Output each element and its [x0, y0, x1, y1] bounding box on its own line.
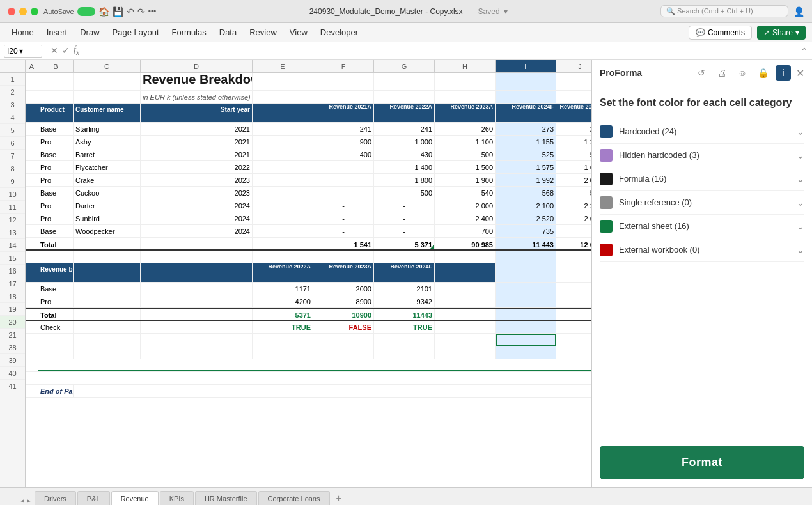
cell-F3[interactable]: Revenue 2021A — [313, 104, 374, 122]
cell-I14[interactable] — [496, 251, 556, 263]
cell-H9[interactable]: 540 — [435, 187, 496, 199]
minimize-button[interactable] — [19, 8, 27, 15]
cell-I12[interactable]: 735 — [496, 225, 556, 237]
more-icon[interactable]: ••• — [148, 7, 157, 16]
cell-D21[interactable] — [141, 346, 253, 359]
cell-C8[interactable]: Crake — [74, 174, 141, 186]
cell-D6[interactable]: 2021 — [141, 148, 253, 160]
cell-I13[interactable]: 11 443 — [496, 238, 556, 249]
cell-rest-41[interactable] — [38, 398, 591, 410]
cell-F9[interactable] — [313, 187, 374, 199]
smiley-icon[interactable]: ☺ — [735, 65, 750, 81]
cell-B1[interactable] — [38, 73, 74, 90]
cell-B6[interactable]: Base — [38, 148, 74, 160]
cell-B11[interactable]: Pro — [38, 212, 74, 224]
cell-J3[interactable]: Revenue 2025F — [556, 104, 591, 122]
cell-E11[interactable] — [253, 212, 313, 224]
col-header-H[interactable]: H — [435, 60, 496, 72]
cell-F14[interactable] — [313, 251, 374, 263]
cell-J21[interactable] — [556, 346, 591, 359]
cell-I7[interactable]: 1 575 — [496, 161, 556, 173]
confirm-formula-icon[interactable]: ✓ — [62, 45, 70, 56]
cell-A11[interactable] — [26, 212, 38, 224]
cell-C6[interactable]: Barret — [74, 148, 141, 160]
cell-G11[interactable]: - — [374, 212, 435, 224]
cell-D4[interactable]: 2021 — [141, 123, 253, 135]
fullscreen-button[interactable] — [31, 8, 38, 15]
cell-G16[interactable]: 2101 — [374, 283, 435, 295]
cell-A1[interactable] — [26, 73, 38, 90]
cell-E15[interactable]: Revenue 2022A — [253, 263, 313, 282]
cell-E19[interactable]: TRUE — [253, 321, 313, 333]
cell-G20[interactable] — [374, 334, 435, 346]
cell-G5[interactable]: 1 000 — [374, 136, 435, 148]
cell-B8[interactable]: Pro — [38, 174, 74, 186]
cell-E5[interactable] — [253, 136, 313, 148]
cell-F19[interactable]: FALSE — [313, 321, 374, 333]
menu-insert[interactable]: Insert — [42, 26, 73, 39]
cell-G7[interactable]: 1 400 — [374, 161, 435, 173]
tab-hr-masterfile[interactable]: HR Masterfile — [195, 491, 257, 505]
cell-J7[interactable]: 1 654 — [556, 161, 591, 173]
cell-I11[interactable]: 2 520 — [496, 212, 556, 224]
cell-F10[interactable]: - — [313, 199, 374, 212]
cell-D10[interactable]: 2024 — [141, 199, 253, 212]
cell-F18[interactable]: 10900 — [313, 309, 374, 320]
cell-I10[interactable]: 2 100 — [496, 199, 556, 212]
cell-I20[interactable] — [496, 334, 556, 346]
tab-kpis[interactable]: KPIs — [160, 491, 194, 505]
cell-J17[interactable] — [556, 295, 591, 307]
cell-J8[interactable]: 2 091 — [556, 174, 591, 186]
cell-F1[interactable] — [313, 73, 374, 90]
cell-rest-38[interactable] — [38, 359, 591, 371]
cell-B15[interactable]: Revenue by product — [38, 263, 74, 282]
cell-I3[interactable]: Revenue 2024F — [496, 104, 556, 122]
cell-H4[interactable]: 260 — [435, 123, 496, 135]
cell-D5[interactable]: 2021 — [141, 136, 253, 148]
cell-A18[interactable] — [26, 309, 38, 320]
cell-C4[interactable]: Starling — [74, 123, 141, 135]
cell-I19[interactable] — [496, 321, 556, 333]
cell-J20[interactable] — [556, 334, 591, 346]
refresh-icon[interactable]: ↺ — [694, 65, 709, 81]
cell-F8[interactable] — [313, 174, 374, 186]
cell-B16[interactable]: Base — [38, 283, 74, 295]
col-header-A[interactable]: A — [26, 60, 38, 72]
cell-A10[interactable] — [26, 199, 38, 212]
menu-formulas[interactable]: Formulas — [167, 26, 212, 39]
cell-G15[interactable]: Revenue 2024F — [374, 263, 435, 282]
cell-H3[interactable]: Revenue 2023A — [435, 104, 496, 122]
cell-H7[interactable]: 1 500 — [435, 161, 496, 173]
cell-F21[interactable] — [313, 346, 374, 359]
cell-C16[interactable] — [74, 283, 141, 295]
cell-J19[interactable] — [556, 321, 591, 333]
cell-B13[interactable]: Total — [38, 238, 74, 249]
cell-J1[interactable] — [556, 73, 591, 90]
cell-E21[interactable] — [253, 346, 313, 359]
cell-A39[interactable] — [26, 372, 38, 384]
cell-D13[interactable] — [141, 238, 253, 249]
cell-A21[interactable] — [26, 346, 38, 359]
cell-F11[interactable]: - — [313, 212, 374, 224]
cell-G13[interactable]: 5 371 — [374, 238, 435, 249]
cell-B5[interactable]: Pro — [38, 136, 74, 148]
prev-sheet-icon[interactable]: ◂ — [20, 496, 24, 505]
formula-expand-icon[interactable]: ⌃ — [800, 46, 808, 56]
chevron-formula[interactable]: ⌄ — [797, 174, 804, 184]
cell-B2[interactable] — [38, 91, 74, 103]
cell-D15[interactable] — [141, 263, 253, 282]
cell-B7[interactable]: Pro — [38, 161, 74, 173]
cell-J14[interactable] — [556, 251, 591, 263]
cell-H20[interactable] — [435, 334, 496, 346]
menu-view[interactable]: View — [285, 26, 313, 39]
cell-H16[interactable] — [435, 283, 496, 295]
cell-B17[interactable]: Pro — [38, 295, 74, 307]
cell-D11[interactable]: 2024 — [141, 212, 253, 224]
format-button[interactable]: Format — [600, 446, 804, 479]
cell-J11[interactable]: 2 646 — [556, 212, 591, 224]
cell-E12[interactable] — [253, 225, 313, 237]
cell-D12[interactable]: 2024 — [141, 225, 253, 237]
cell-B18[interactable]: Total — [38, 309, 74, 320]
info-icon[interactable]: i — [776, 65, 791, 81]
cell-C2[interactable] — [74, 91, 141, 103]
